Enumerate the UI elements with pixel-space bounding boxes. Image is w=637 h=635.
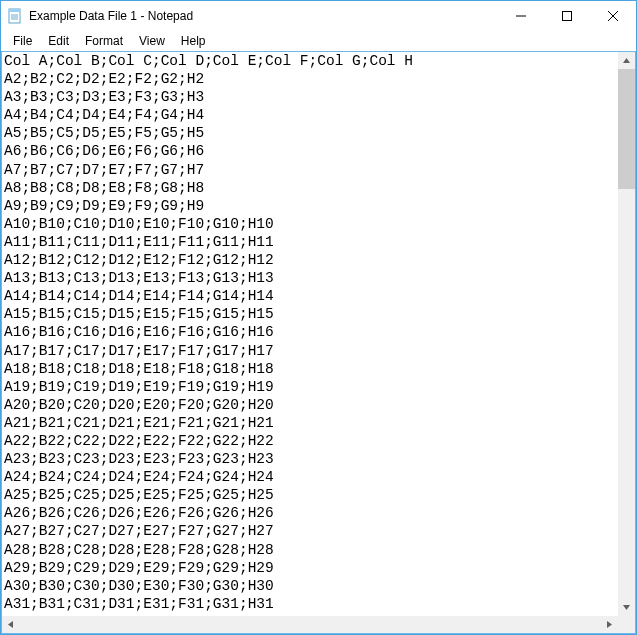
close-button[interactable] xyxy=(590,1,636,31)
scroll-right-arrow-icon[interactable] xyxy=(601,616,618,633)
menubar: File Edit Format View Help xyxy=(1,31,636,51)
minimize-button[interactable] xyxy=(498,1,544,31)
window-controls xyxy=(498,1,636,31)
client-area: Col A;Col B;Col C;Col D;Col E;Col F;Col … xyxy=(1,51,636,634)
menu-help[interactable]: Help xyxy=(173,33,214,49)
scrollbar-corner xyxy=(618,616,635,633)
scroll-left-arrow-icon[interactable] xyxy=(2,616,19,633)
window-title: Example Data File 1 - Notepad xyxy=(29,9,498,23)
vertical-scrollbar[interactable] xyxy=(618,52,635,616)
menu-format[interactable]: Format xyxy=(77,33,131,49)
scroll-down-arrow-icon[interactable] xyxy=(618,599,635,616)
menu-edit[interactable]: Edit xyxy=(40,33,77,49)
horizontal-scroll-track[interactable] xyxy=(19,616,601,633)
menu-view[interactable]: View xyxy=(131,33,173,49)
maximize-button[interactable] xyxy=(544,1,590,31)
menu-file[interactable]: File xyxy=(5,33,40,49)
titlebar[interactable]: Example Data File 1 - Notepad xyxy=(1,1,636,31)
notepad-app-icon xyxy=(7,8,23,24)
vertical-scroll-thumb[interactable] xyxy=(618,69,635,189)
horizontal-scrollbar[interactable] xyxy=(2,616,635,633)
svg-rect-6 xyxy=(563,12,572,21)
text-editor[interactable]: Col A;Col B;Col C;Col D;Col E;Col F;Col … xyxy=(2,52,618,616)
svg-rect-1 xyxy=(9,9,20,12)
notepad-window: Example Data File 1 - Notepad File Edit … xyxy=(0,0,637,635)
scroll-up-arrow-icon[interactable] xyxy=(618,52,635,69)
vertical-scroll-track[interactable] xyxy=(618,69,635,599)
